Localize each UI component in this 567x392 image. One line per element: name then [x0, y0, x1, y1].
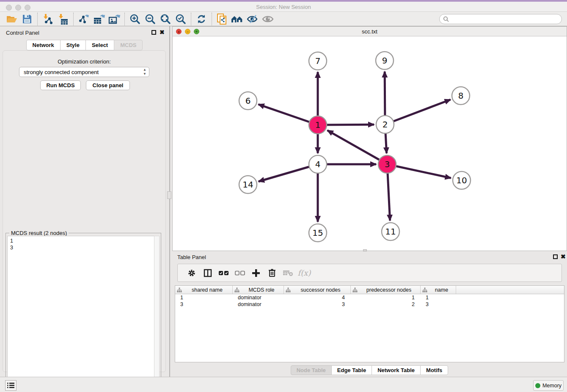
optimization-criterion-select[interactable]: strongly connected component ▲▼: [19, 67, 149, 77]
window-resize-grip[interactable]: [363, 249, 367, 251]
vertical-splitter[interactable]: [169, 26, 170, 377]
save-session-icon[interactable]: [19, 13, 35, 25]
edge-2-8[interactable]: [385, 99, 451, 124]
mcds-result-text[interactable]: 1 3: [7, 236, 154, 391]
tab-network[interactable]: Network: [26, 40, 61, 50]
close-panel-icon[interactable]: ✖: [561, 253, 566, 260]
apply-function-icon: f(x): [296, 266, 312, 280]
control-panel-tabs: NetworkStyleSelectMCDS: [0, 40, 169, 50]
network-view-window: x – + scc.txt 1234678910111415: [172, 26, 567, 251]
open-session-icon[interactable]: [4, 13, 19, 25]
node-label-7: 7: [315, 56, 321, 66]
tab-node-table[interactable]: Node Table: [291, 365, 332, 375]
table-row[interactable]: 3dominator323: [175, 301, 564, 308]
memory-label: Memory: [542, 383, 561, 389]
column-label: predecessor nodes: [358, 287, 420, 293]
node-label-3: 3: [385, 159, 390, 169]
tab-mcds[interactable]: MCDS: [114, 40, 143, 50]
export-network-icon[interactable]: [76, 13, 91, 25]
column-header-predecessor-nodes[interactable]: predecessor nodes: [351, 286, 421, 294]
column-header-mcds-role[interactable]: MCDS role: [233, 286, 284, 294]
vertical-splitter-handle[interactable]: [167, 191, 171, 199]
zoom-selected-icon[interactable]: [173, 13, 188, 25]
mcds-result-fieldset: MCDS result (2 nodes) 1 3: [6, 233, 161, 392]
tab-select[interactable]: Select: [85, 40, 114, 50]
tab-network-table[interactable]: Network Table: [372, 365, 421, 375]
cell-name: 3: [421, 301, 456, 308]
first-neighbors-icon[interactable]: [230, 13, 245, 25]
toolbar-separator: [37, 13, 38, 25]
export-image-icon[interactable]: [107, 13, 122, 25]
tab-motifs[interactable]: Motifs: [420, 365, 448, 375]
table-settings-icon[interactable]: [184, 266, 200, 280]
delete-table-icon: [280, 266, 296, 280]
zoom-out-icon[interactable]: [143, 13, 158, 25]
search-input[interactable]: [449, 15, 561, 23]
cell-predecessor-nodes: 2: [351, 301, 421, 308]
deselect-all-icon[interactable]: [232, 266, 248, 280]
network-window-titlebar: x – + scc.txt: [173, 27, 567, 36]
cell-shared-name: 3: [175, 301, 233, 308]
control-panel-header: Control Panel ✖: [0, 26, 169, 39]
float-panel-icon[interactable]: [553, 254, 558, 259]
memory-button[interactable]: Memory: [533, 380, 564, 391]
toolbar-separator: [124, 13, 125, 25]
refresh-icon[interactable]: [194, 13, 209, 25]
control-panel: Control Panel ✖ NetworkStyleSelectMCDS O…: [0, 26, 169, 377]
node-label-1: 1: [315, 120, 321, 130]
optimization-criterion-label: Optimization criterion:: [3, 58, 165, 65]
status-bar: Memory: [0, 377, 567, 392]
list-icon: [7, 382, 14, 389]
edge-3-1[interactable]: [328, 130, 387, 164]
tab-style[interactable]: Style: [60, 40, 86, 50]
node-label-2: 2: [383, 119, 388, 130]
fx-label: f(x): [298, 268, 311, 277]
cell-predecessor-nodes: 1: [351, 294, 421, 301]
column-label: MCDS role: [239, 287, 284, 293]
memory-status-icon: [535, 383, 540, 388]
import-network-icon[interactable]: [40, 13, 55, 25]
column-header-successor-nodes[interactable]: successor nodes: [284, 286, 351, 294]
cell-shared-name: 1: [175, 294, 233, 301]
node-label-9: 9: [382, 55, 388, 66]
search-box[interactable]: [439, 14, 562, 24]
hide-selected-icon[interactable]: [245, 13, 260, 25]
node-label-11: 11: [385, 226, 396, 237]
column-header-shared-name[interactable]: shared name: [175, 286, 233, 294]
add-column-icon[interactable]: [248, 266, 264, 280]
show-columns-icon[interactable]: [200, 266, 216, 280]
clone-network-icon[interactable]: [215, 13, 230, 25]
close-panel-icon[interactable]: ✖: [160, 29, 165, 36]
network-canvas[interactable]: 1234678910111415: [173, 36, 567, 251]
column-label: successor nodes: [291, 287, 350, 293]
task-history-button[interactable]: [5, 380, 17, 391]
toolbar-separator: [73, 13, 74, 25]
export-table-icon[interactable]: [91, 13, 107, 25]
close-panel-button[interactable]: Close panel: [86, 80, 130, 90]
show-all-icon[interactable]: [260, 13, 275, 25]
zoom-fit-icon[interactable]: [158, 13, 173, 25]
node-label-4: 4: [315, 159, 321, 169]
zoom-in-icon[interactable]: [127, 13, 143, 25]
table-panel: Table Panel ✖ f(x) shared nameMCDS roles…: [172, 252, 567, 377]
table-panel-title: Table Panel: [177, 254, 206, 260]
edge-1-6[interactable]: [259, 104, 318, 125]
edge-3-10[interactable]: [387, 164, 451, 178]
table-row[interactable]: 1dominator411: [175, 294, 564, 301]
toolbar-separator: [191, 13, 191, 25]
mcds-result-scrollbar[interactable]: [154, 236, 160, 391]
float-panel-icon[interactable]: [151, 30, 156, 35]
node-table[interactable]: shared nameMCDS rolesuccessor nodesprede…: [175, 285, 564, 362]
import-table-icon[interactable]: [55, 13, 71, 25]
tab-edge-table[interactable]: Edge Table: [331, 365, 372, 375]
delete-column-icon[interactable]: [264, 266, 280, 280]
column-label: shared name: [182, 287, 232, 293]
mcds-result-title: MCDS result (2 nodes): [9, 230, 69, 236]
node-label-10: 10: [456, 175, 467, 185]
control-panel-title: Control Panel: [6, 30, 39, 36]
column-header-name[interactable]: name: [421, 286, 456, 294]
select-all-icon[interactable]: [216, 266, 232, 280]
run-mcds-button[interactable]: Run MCDS: [40, 80, 81, 90]
table-body: 1dominator4113dominator323: [175, 294, 564, 308]
optimization-criterion-value: strongly connected component: [24, 69, 99, 75]
